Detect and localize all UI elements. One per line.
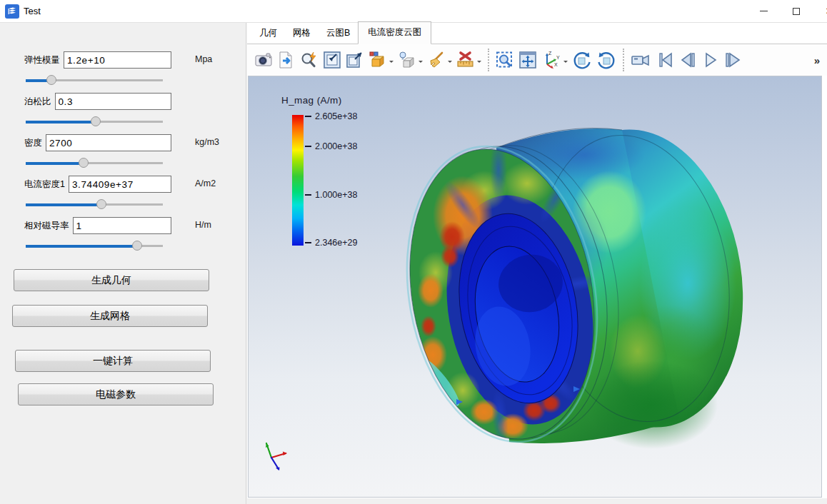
screenshot-button[interactable] bbox=[252, 46, 275, 74]
window-controls: ✕ bbox=[747, 0, 827, 22]
field-density: 密度 kg/m3 bbox=[0, 134, 246, 169]
clean-button[interactable] bbox=[425, 46, 454, 74]
unit-label: H/m bbox=[195, 220, 211, 230]
anim-first-icon bbox=[656, 51, 676, 69]
minimize-button[interactable] bbox=[747, 0, 780, 22]
density-slider[interactable] bbox=[26, 156, 163, 169]
em-parameters-button[interactable]: 电磁参数 bbox=[18, 383, 214, 405]
field-elastic-modulus: 弹性模量 Mpa bbox=[0, 51, 246, 86]
svg-text:Y: Y bbox=[556, 55, 560, 60]
display-style-icon bbox=[368, 51, 388, 69]
anim-play-icon bbox=[701, 51, 720, 69]
zoom-fit-button[interactable] bbox=[321, 46, 344, 74]
slider-thumb[interactable] bbox=[79, 158, 89, 168]
slider-fill bbox=[26, 203, 101, 206]
slider-thumb[interactable] bbox=[91, 116, 101, 126]
remove-ruler-button[interactable] bbox=[454, 46, 483, 74]
anim-first-button[interactable] bbox=[654, 46, 677, 74]
tick-dash bbox=[305, 242, 311, 243]
anim-prev-icon bbox=[678, 51, 698, 69]
close-button[interactable]: ✕ bbox=[813, 0, 827, 22]
field-label: 密度 bbox=[24, 137, 42, 149]
view-tabbar: 几何 网格 云图B 电流密度云图 bbox=[247, 23, 827, 44]
current-density-slider[interactable] bbox=[26, 198, 163, 211]
field-poisson-ratio: 泊松比 bbox=[0, 93, 246, 128]
slider-thumb[interactable] bbox=[46, 75, 56, 85]
tick-dash bbox=[305, 146, 311, 147]
elastic-modulus-input[interactable] bbox=[64, 51, 171, 69]
app-icon bbox=[5, 4, 19, 19]
generate-geometry-button[interactable]: 生成几何 bbox=[14, 269, 209, 291]
rotate-ccw-button[interactable] bbox=[594, 46, 618, 74]
pan-button[interactable] bbox=[516, 46, 539, 74]
record-animation-icon bbox=[630, 51, 653, 69]
zoom-extents-button[interactable] bbox=[344, 46, 366, 74]
anim-play-button[interactable] bbox=[700, 46, 721, 74]
slider-fill bbox=[26, 162, 84, 165]
colorbar-tick: 2.000e+38 bbox=[305, 141, 357, 151]
zoom-flash-icon bbox=[299, 51, 319, 69]
field-current-density: 电流密度1 A/m2 bbox=[0, 176, 246, 211]
maximize-icon bbox=[793, 8, 800, 15]
maximize-button[interactable] bbox=[780, 0, 813, 22]
poisson-ratio-input[interactable] bbox=[55, 93, 172, 110]
view-axes-button[interactable]: ZYX bbox=[539, 46, 570, 74]
render-viewport[interactable]: H_mag (A/m) 2.605e+38 2.000e+38 1.000e+3… bbox=[248, 76, 822, 498]
dropdown-caret[interactable] bbox=[477, 61, 481, 65]
anim-prev-button[interactable] bbox=[677, 46, 700, 74]
remove-ruler-icon bbox=[456, 51, 476, 69]
screenshot-icon bbox=[254, 51, 274, 69]
field-label: 相对磁导率 bbox=[24, 220, 69, 232]
window-title: Test bbox=[24, 6, 41, 16]
field-label: 电流密度1 bbox=[24, 178, 65, 191]
generate-mesh-button[interactable]: 生成网格 bbox=[12, 305, 208, 327]
dropdown-caret[interactable] bbox=[389, 61, 394, 65]
display-style-button[interactable] bbox=[366, 46, 396, 74]
dropdown-caret[interactable] bbox=[418, 61, 423, 65]
colorbar-tick: 2.346e+29 bbox=[305, 238, 357, 248]
rotate-cw-button[interactable] bbox=[570, 46, 594, 74]
toolbar-overflow-button[interactable]: » bbox=[814, 54, 820, 66]
zoom-window-icon bbox=[495, 51, 515, 69]
anim-next-button[interactable] bbox=[721, 46, 744, 74]
slider-fill bbox=[26, 121, 96, 124]
elastic-modulus-slider[interactable] bbox=[26, 74, 163, 86]
lighting-button[interactable] bbox=[396, 46, 425, 74]
tab-current-density-contour[interactable]: 电流密度云图 bbox=[358, 21, 431, 44]
zoom-flash-button[interactable] bbox=[298, 46, 321, 74]
colorbar-tick: 1.000e+38 bbox=[305, 190, 357, 200]
legend-title: H_mag (A/m) bbox=[281, 95, 342, 106]
current-density-input[interactable] bbox=[69, 176, 171, 193]
zoom-window-button[interactable] bbox=[493, 46, 516, 74]
contour-legend: H_mag (A/m) 2.605e+38 2.000e+38 1.000e+3… bbox=[281, 95, 342, 106]
dropdown-caret[interactable] bbox=[563, 61, 568, 65]
export-image-button[interactable] bbox=[275, 46, 298, 74]
lighting-icon bbox=[397, 51, 417, 69]
record-animation-button[interactable] bbox=[628, 46, 654, 74]
tab-contour-b[interactable]: 云图B bbox=[319, 24, 358, 44]
relative-permeability-slider[interactable] bbox=[26, 239, 163, 252]
unit-label: A/m2 bbox=[195, 178, 216, 188]
poisson-ratio-slider[interactable] bbox=[26, 115, 163, 128]
toolbar-separator bbox=[623, 49, 624, 71]
tab-geometry[interactable]: 几何 bbox=[251, 24, 285, 44]
zoom-extents-icon bbox=[345, 51, 365, 69]
parameter-sidebar: 弹性模量 Mpa 泊松比 密度 kg/m3 bbox=[0, 23, 246, 504]
colorbar-tick: 2.605e+38 bbox=[305, 111, 357, 121]
one-click-compute-button[interactable]: 一键计算 bbox=[15, 350, 211, 372]
slider-thumb[interactable] bbox=[132, 241, 142, 251]
relative-permeability-input[interactable] bbox=[73, 217, 172, 234]
zoom-fit-icon bbox=[322, 51, 342, 69]
field-label: 弹性模量 bbox=[24, 54, 60, 66]
colorbar-ticks: 2.605e+38 2.000e+38 1.000e+38 2.346e+29 bbox=[305, 115, 384, 246]
tab-mesh[interactable]: 网格 bbox=[285, 24, 319, 44]
slider-thumb[interactable] bbox=[96, 199, 106, 209]
density-input[interactable] bbox=[46, 134, 171, 151]
tick-dash bbox=[305, 116, 311, 117]
right-pane: 几何 网格 云图B 电流密度云图 ZYX bbox=[247, 23, 827, 498]
orientation-triad-icon bbox=[260, 435, 293, 474]
dropdown-caret[interactable] bbox=[448, 61, 452, 65]
minimize-icon bbox=[760, 11, 768, 11]
slider-fill bbox=[26, 245, 137, 248]
unit-label: kg/m3 bbox=[195, 137, 219, 147]
